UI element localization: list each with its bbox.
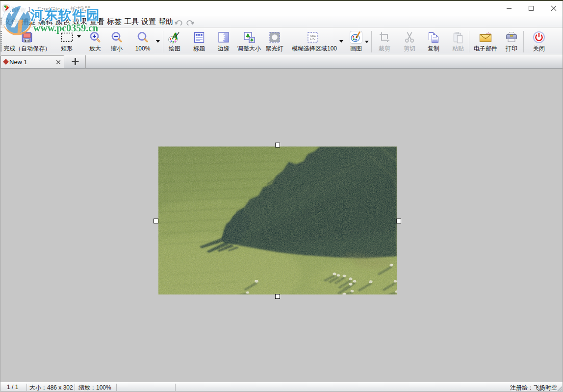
svg-text:EFG: EFG	[310, 37, 315, 40]
svg-text:A: A	[172, 31, 178, 41]
svg-text:ABC: ABC	[310, 34, 316, 37]
